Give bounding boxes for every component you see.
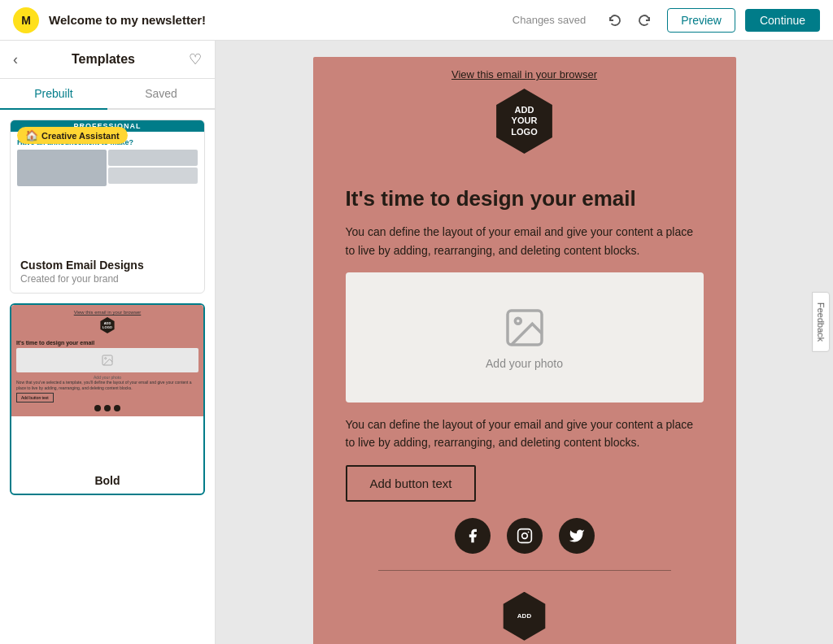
bold-body-text: Now that you've selected a template, you… <box>16 380 198 390</box>
ep-content: It's time to design your email You can d… <box>313 170 736 644</box>
bold-social-instagram <box>104 405 111 411</box>
template-card-info: Custom Email Designs Created for your br… <box>11 250 204 293</box>
template-card-bold[interactable]: View this email in your browser ADDLOGO … <box>10 303 205 495</box>
bold-social-facebook <box>94 405 101 411</box>
ep-social-icons <box>346 518 704 554</box>
template-card-professional[interactable]: 🏠 Creative Assistant PROFESSIONAL Have a… <box>10 120 205 294</box>
email-preview: View this email in your browser ADDYOURL… <box>313 57 736 628</box>
bold-browser-link: View this email in your browser <box>16 310 198 315</box>
sidebar-items: 🏠 Creative Assistant PROFESSIONAL Have a… <box>0 110 215 644</box>
bold-headline: It's time to design your email <box>16 340 198 346</box>
ep-cta-button[interactable]: Add button text <box>346 465 477 502</box>
bold-social-twitter <box>114 405 120 411</box>
ep-social-instagram[interactable] <box>507 518 543 554</box>
template-image-block-1 <box>17 150 107 186</box>
tab-saved[interactable]: Saved <box>107 79 215 110</box>
ep-photo-label: Add your photo <box>486 357 563 370</box>
bold-logo-hex: ADDLOGO <box>99 317 116 333</box>
redo-button[interactable] <box>631 7 657 33</box>
template-image-grid <box>17 150 198 186</box>
bold-bg: View this email in your browser ADDLOGO … <box>11 305 203 416</box>
ep-social-twitter[interactable] <box>559 518 595 554</box>
feedback-tab[interactable]: Feedback <box>812 292 830 352</box>
template-image-col <box>108 150 198 186</box>
bold-photo-box <box>16 348 198 372</box>
sidebar-tabs: Prebuilt Saved <box>0 79 215 110</box>
svg-point-5 <box>515 318 521 324</box>
template-image-block-2 <box>108 150 198 166</box>
ep-body-text-1: You can define the layout of your email … <box>346 223 704 259</box>
badge-label: Creative Assistant <box>41 131 120 141</box>
body-area: ‹ Templates ♡ Prebuilt Saved 🏠 Creative … <box>0 41 833 644</box>
sidebar-header: ‹ Templates ♡ <box>0 41 215 79</box>
template-preview-professional: 🏠 Creative Assistant PROFESSIONAL Have a… <box>11 120 204 250</box>
ep-browser-link[interactable]: View this email in your browser <box>313 57 736 89</box>
creative-assistant-badge: 🏠 Creative Assistant <box>17 127 128 144</box>
top-navigation: M Welcome to my newsletter! Changes save… <box>0 0 833 41</box>
mailchimp-logo: M <box>13 7 39 33</box>
ep-logo-hex[interactable]: ADDYOURLOGO <box>492 89 557 154</box>
image-placeholder-icon <box>502 305 547 350</box>
save-status: Changes saved <box>512 14 586 26</box>
template-name: Custom Email Designs <box>20 259 194 272</box>
continue-button[interactable]: Continue <box>745 9 820 32</box>
preview-button[interactable]: Preview <box>667 8 735 33</box>
svg-rect-6 <box>517 529 531 542</box>
ep-photo-icon <box>502 305 547 350</box>
svg-point-8 <box>527 531 529 533</box>
ep-add-hex[interactable]: ADD <box>500 592 549 641</box>
undo-redo-group <box>602 7 657 33</box>
sidebar-title: Templates <box>72 52 135 67</box>
page-title: Welcome to my newsletter! <box>49 13 503 27</box>
template-image-block-3 <box>108 168 198 184</box>
ep-logo-area: ADDYOURLOGO <box>313 89 736 154</box>
tab-prebuilt[interactable]: Prebuilt <box>0 79 107 110</box>
badge-icon: 🏠 <box>25 129 38 141</box>
ep-social-facebook[interactable] <box>455 518 491 554</box>
main-canvas: View this email in your browser ADDYOURL… <box>216 41 833 644</box>
ep-add-logo-area: ADD <box>346 579 704 641</box>
bold-cta-btn: Add button text <box>16 393 54 402</box>
template-sub: Created for your brand <box>20 273 194 285</box>
svg-text:M: M <box>21 14 31 27</box>
sidebar-back-button[interactable]: ‹ <box>13 51 18 68</box>
ep-body-text-2: You can define the layout of your email … <box>346 416 704 452</box>
bold-template-name: Bold <box>21 474 194 487</box>
template-inner: Have an announcement to make? <box>11 132 204 250</box>
svg-point-3 <box>105 358 107 359</box>
bold-social <box>16 405 198 411</box>
bold-card-info: Bold <box>11 468 203 494</box>
ep-photo-block[interactable]: Add your photo <box>346 272 704 402</box>
bold-preview: View this email in your browser ADDLOGO … <box>11 305 203 468</box>
ep-divider <box>378 570 671 571</box>
sidebar: ‹ Templates ♡ Prebuilt Saved 🏠 Creative … <box>0 41 216 644</box>
undo-button[interactable] <box>602 7 628 33</box>
svg-point-7 <box>521 533 527 538</box>
ep-headline: It's time to design your email <box>346 186 704 211</box>
sidebar-favorites-button[interactable]: ♡ <box>189 50 202 68</box>
